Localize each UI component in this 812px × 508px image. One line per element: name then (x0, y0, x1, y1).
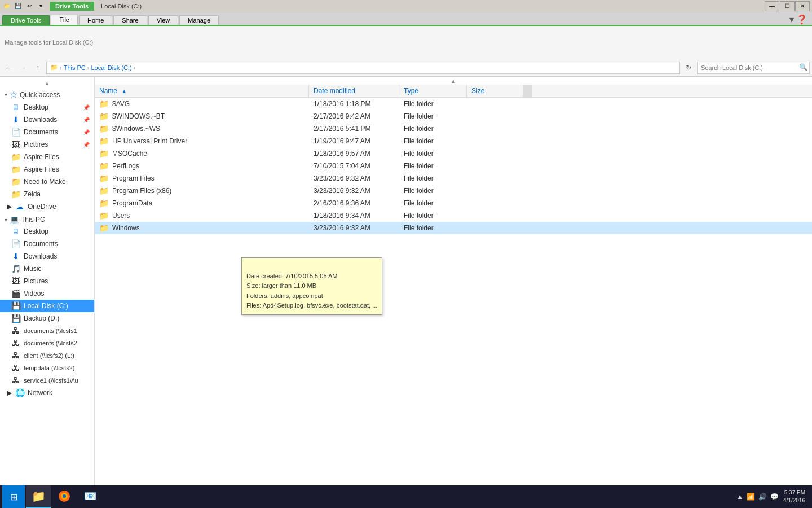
sidebar-item-network-drive-4[interactable]: 🖧 tempdata (\\lcsfs2) (0, 362, 94, 374)
clock[interactable]: 5:37 PM 4/1/2016 (783, 489, 805, 505)
sidebar-quick-access-header[interactable]: ▾ ☆ Quick access (0, 87, 94, 101)
sidebar-item-network-drive-5[interactable]: 🖧 service1 (\\lcsfs1v\u (0, 374, 94, 387)
sidebar-item-aspire-files-2[interactable]: 📁 Aspire Files (0, 163, 94, 176)
close-button[interactable]: ✕ (795, 1, 810, 11)
sidebar-item-desktop-quick[interactable]: 🖥 Desktop 📌 (0, 101, 94, 113)
file-list: ▲ Name ▲ Date modified Type Size 📁 $AVG … (95, 77, 812, 503)
file-name-cell: 📁 Windows (95, 224, 309, 233)
taskbar-app-outlook[interactable]: 📧 (78, 485, 103, 508)
system-tray-icons: ▲ 📶 🔊 💬 (736, 493, 779, 501)
sidebar-item-documents-quick[interactable]: 📄 Documents 📌 (0, 126, 94, 138)
sidebar-local-disk-label: Local Disk (C:) (24, 302, 68, 310)
table-row[interactable]: 📁 $Windows.~WS 2/17/2016 5:41 PM File fo… (95, 122, 812, 135)
file-name: Users (112, 212, 130, 220)
col-header-date[interactable]: Date modified (309, 85, 399, 97)
refresh-button[interactable]: ↻ (682, 62, 695, 74)
sidebar-item-pictures-thispc[interactable]: 🖼 Pictures (0, 275, 94, 287)
search-input[interactable] (697, 62, 810, 74)
help-button[interactable]: ❓ (796, 14, 807, 25)
window-controls: — ☐ ✕ (765, 1, 810, 11)
desktop-thispc-icon: 🖥 (11, 227, 20, 236)
table-row[interactable]: 📁 Program Files 3/23/2016 9:32 AM File f… (95, 172, 812, 185)
sidebar-item-downloads-quick[interactable]: ⬇ Downloads 📌 (0, 113, 94, 126)
sidebar-netdrive-1-label: documents (\\lcsfs1 (24, 327, 77, 334)
table-row[interactable]: 📁 $AVG 1/18/2016 1:18 PM File folder (95, 98, 812, 110)
sidebar-item-desktop-thispc[interactable]: 🖥 Desktop (0, 225, 94, 238)
file-date: 1/18/2016 9:34 AM (309, 212, 399, 220)
quick-access-toolbar-undo[interactable]: ↩ (25, 2, 34, 11)
path-local-disk[interactable]: Local Disk (C:) (91, 64, 131, 71)
sidebar-item-network-drive-1[interactable]: 🖧 documents (\\lcsfs1 (0, 325, 94, 337)
network-tray-icon[interactable]: 📶 (747, 493, 755, 501)
table-row[interactable]: 📁 PerfLogs 7/10/2015 7:04 AM File folder (95, 160, 812, 172)
sidebar-item-network[interactable]: ▶ 🌐 Network (0, 387, 94, 399)
ribbon-expand-btn[interactable]: ▾ (789, 14, 794, 25)
tab-manage[interactable]: Manage (179, 15, 219, 25)
col-resize-handle[interactable] (523, 85, 532, 97)
col-header-size[interactable]: Size (467, 85, 523, 97)
folder-icon: 📁 (99, 124, 109, 133)
table-row[interactable]: 📁 MSOCache 1/18/2016 9:57 AM File folder (95, 147, 812, 160)
tab-share[interactable]: Share (113, 15, 147, 25)
onedrive-chevron: ▶ (7, 203, 12, 211)
desktop-icon: 🖥 (11, 103, 20, 112)
file-list-scroll-up[interactable]: ▲ (95, 77, 812, 85)
sidebar-this-pc-header[interactable]: ▾ 💻 This PC (0, 213, 94, 225)
folder-icon-3: 📁 (11, 177, 20, 186)
sidebar-item-aspire-files-1[interactable]: 📁 Aspire Files (0, 151, 94, 163)
sidebar-item-network-drive-2[interactable]: 🖧 documents (\\lcsfs2 (0, 337, 94, 349)
sidebar-item-music-thispc[interactable]: 🎵 Music (0, 262, 94, 275)
taskbar-app-firefox[interactable] (52, 485, 77, 508)
sidebar-item-need-to-make[interactable]: 📁 Need to Make (0, 176, 94, 188)
firefox-icon (58, 489, 71, 503)
table-row[interactable]: 📁 ProgramData 2/16/2016 9:36 AM File fol… (95, 197, 812, 209)
col-header-name[interactable]: Name ▲ (95, 85, 309, 97)
path-this-pc[interactable]: This PC (64, 64, 86, 71)
sidebar-item-zelda[interactable]: 📁 Zelda (0, 188, 94, 200)
back-button[interactable]: ← (2, 62, 15, 74)
sidebar-item-local-disk[interactable]: 💾 Local Disk (C:) (0, 300, 94, 312)
file-name: PerfLogs (112, 162, 139, 170)
folder-icon: 📁 (99, 149, 109, 158)
tab-drive-tools[interactable]: Drive Tools (2, 15, 50, 25)
sidebar-scroll-up[interactable]: ▲ (0, 79, 94, 87)
notification-icon[interactable]: 💬 (770, 493, 779, 501)
col-header-type[interactable]: Type (399, 85, 467, 97)
table-row[interactable]: 📁 HP Universal Print Driver 1/19/2016 9:… (95, 135, 812, 147)
taskbar-app-file-explorer[interactable]: 📁 (26, 485, 51, 508)
sidebar-item-backup[interactable]: 💾 Backup (D:) (0, 312, 94, 325)
tab-view[interactable]: View (148, 15, 179, 25)
quick-access-label: Quick access (20, 91, 60, 99)
tab-home[interactable]: Home (79, 15, 112, 25)
start-button[interactable]: ⊞ (2, 485, 25, 508)
file-name-cell: 📁 Program Files (95, 174, 309, 183)
maximize-button[interactable]: ☐ (780, 1, 795, 11)
quick-access-toolbar-save[interactable]: 💾 (14, 2, 23, 11)
sidebar-netdrive-5-label: service1 (\\lcsfs1v\u (24, 377, 78, 384)
downloads-icon: ⬇ (11, 115, 20, 124)
forward-button[interactable]: → (17, 62, 29, 74)
table-row-windows[interactable]: 📁 Windows 3/23/2016 9:32 AM File folder (95, 222, 812, 234)
minimize-button[interactable]: — (765, 1, 779, 11)
sidebar-item-downloads-thispc[interactable]: ⬇ Downloads (0, 250, 94, 262)
tray-expand-icon[interactable]: ▲ (736, 493, 743, 501)
tab-file[interactable]: File (51, 15, 78, 25)
sidebar-downloads-thispc-label: Downloads (24, 252, 57, 260)
sidebar-network-label: Network (28, 389, 52, 397)
table-row[interactable]: 📁 Users 1/18/2016 9:34 AM File folder (95, 209, 812, 222)
volume-icon[interactable]: 🔊 (758, 493, 767, 501)
table-row[interactable]: 📁 $WINDOWS.~BT 2/17/2016 9:42 AM File fo… (95, 110, 812, 122)
file-date: 3/23/2016 9:32 AM (309, 187, 399, 195)
sidebar-item-documents-thispc[interactable]: 📄 Documents (0, 238, 94, 250)
sidebar-item-onedrive[interactable]: ▶ ☁ OneDrive (0, 200, 94, 213)
sidebar-item-pictures-quick[interactable]: 🖼 Pictures 📌 (0, 138, 94, 151)
sidebar-item-network-drive-3[interactable]: 🖧 client (\\lcsfs2) (L:) (0, 349, 94, 362)
address-path[interactable]: 📁 › This PC › Local Disk (C:) › (46, 62, 680, 74)
table-row[interactable]: 📁 Program Files (x86) 3/23/2016 9:32 AM … (95, 185, 812, 197)
main-layout: ▲ ▾ ☆ Quick access 🖥 Desktop 📌 ⬇ Downloa… (0, 77, 812, 503)
up-button[interactable]: ↑ (32, 62, 44, 74)
quick-access-toolbar-dropdown[interactable]: ▾ (36, 2, 45, 11)
pin-icon-4: 📌 (83, 142, 90, 148)
sidebar-item-videos-thispc[interactable]: 🎬 Videos (0, 287, 94, 300)
tooltip-size: Size: larger than 11.0 MB (246, 282, 316, 289)
